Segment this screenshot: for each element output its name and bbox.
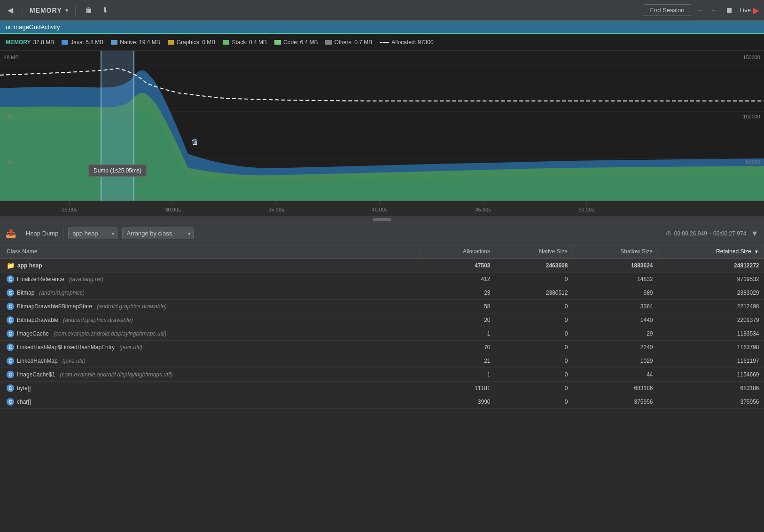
toolbar-separator-2 — [75, 5, 76, 16]
y-right-50000: 50000 — [746, 159, 760, 164]
legend-allocated: Allocated: 97300 — [380, 39, 433, 46]
app-heap-dropdown-wrapper[interactable]: app heap image heap zygote heap — [68, 227, 117, 239]
cell-shallow-size: 1440 — [572, 313, 657, 327]
cell-class-name: CBitmapDrawable(android.graphics.drawabl… — [0, 313, 420, 327]
class-c-icon: C — [7, 275, 14, 283]
table-row[interactable]: CBitmapDrawable(android.graphics.drawabl… — [0, 313, 764, 327]
zoom-out-button[interactable]: − — [695, 4, 705, 16]
scrollbar-handle[interactable] — [373, 218, 391, 221]
cell-allocations: 11181 — [420, 382, 495, 395]
col-native-size[interactable]: Native Size — [495, 244, 573, 259]
sort-arrow: ▼ — [754, 249, 759, 254]
cell-class-name: CBitmapDrawable$BitmapState(android.grap… — [0, 300, 420, 313]
cell-shallow-size: 44 — [572, 368, 657, 382]
class-c-icon: C — [7, 371, 14, 378]
legend-graphics: Graphics: 0 MB — [168, 39, 216, 46]
filter-icon[interactable]: ▼ — [751, 229, 758, 238]
cell-allocations: 1 — [420, 368, 495, 382]
svg-rect-4 — [101, 51, 134, 201]
cell-class-name: CImageCache$1(com.example.android.displa… — [0, 368, 420, 382]
table-row[interactable]: CBitmap(android.graphics)232380512989238… — [0, 286, 764, 300]
legend-others: Others: 0.7 MB — [325, 39, 372, 46]
svg-text:25.00s: 25.00s — [62, 207, 78, 212]
cell-native-size: 0 — [495, 354, 573, 368]
cell-native-size: 0 — [495, 273, 573, 286]
stop-button[interactable]: ⏹ — [723, 4, 736, 16]
cell-class-name: CLinkedHashMap(java.util) — [0, 354, 420, 368]
live-badge: Live ▶ — [740, 5, 759, 16]
table-row[interactable]: 📁app heap475032463608188362424812272 — [0, 259, 764, 273]
legend-graphics-label: Graphics: 0 MB — [177, 39, 216, 46]
table-row[interactable]: CLinkedHashMap(java.util)21010291161197 — [0, 354, 764, 368]
table-row[interactable]: CImageCache$1(com.example.android.displa… — [0, 368, 764, 382]
y-right-150000: 150000 — [743, 55, 760, 60]
cell-native-size: 0 — [495, 382, 573, 395]
cell-class-name: CLinkedHashMap$LinkedHashMapEntry(java.u… — [0, 341, 420, 354]
class-c-icon: C — [7, 357, 14, 365]
legend-java-color — [62, 40, 68, 45]
table-row[interactable]: CFinalizerReference(java.lang.ref)412014… — [0, 273, 764, 286]
scrollbar-area[interactable] — [0, 216, 764, 223]
cell-retained-size: 1163798 — [658, 341, 764, 354]
folder-icon: 📁 — [7, 262, 15, 269]
cell-shallow-size: 1029 — [572, 354, 657, 368]
y-label-48mb: 48 MB — [4, 55, 19, 60]
svg-text:40.00s: 40.00s — [372, 207, 388, 212]
class-package-text: (android.graphics.drawable) — [63, 317, 133, 323]
legend-java: Java: 5.8 MB — [62, 39, 103, 46]
delete-button[interactable]: 🗑 — [82, 4, 95, 16]
class-package-text: (android.graphics.drawable) — [97, 303, 167, 310]
cell-class-name: CImageCache(com.example.android.displayi… — [0, 327, 420, 341]
table-container[interactable]: Class Name Allocations Native Size Shall… — [0, 244, 764, 532]
cell-native-size: 0 — [495, 327, 573, 341]
cell-class-name: Cchar[] — [0, 395, 420, 409]
toolbar-dropdown-icon[interactable]: ▾ — [65, 7, 69, 14]
chart-container[interactable]: 48 MB - 32 - 16 150000 100000 50000 🗑 Du… — [0, 51, 764, 201]
svg-text:35.00s: 35.00s — [268, 207, 284, 212]
class-c-icon: C — [7, 303, 14, 310]
cell-retained-size: 1183534 — [658, 327, 764, 341]
col-class-name[interactable]: Class Name — [0, 244, 420, 259]
col-retained-size[interactable]: Retained Size ▼ — [658, 244, 764, 259]
legend-others-color — [325, 40, 332, 45]
cell-retained-size: 2212498 — [658, 300, 764, 313]
col-shallow-size[interactable]: Shallow Size — [572, 244, 657, 259]
legend-native-label: Native: 19.4 MB — [120, 39, 160, 46]
table-row[interactable]: CLinkedHashMap$LinkedHashMapEntry(java.u… — [0, 341, 764, 354]
legend-code-color — [274, 40, 281, 45]
col-allocations[interactable]: Allocations — [420, 244, 495, 259]
cell-shallow-size: 989 — [572, 286, 657, 300]
class-name-text: char[] — [17, 399, 31, 405]
arrange-dropdown-wrapper[interactable]: Arrange by class Arrange by package Arra… — [122, 227, 194, 239]
record-button[interactable]: ▶ — [753, 5, 759, 16]
legend-allocated-label: Allocated: 97300 — [391, 39, 433, 46]
cell-native-size: 2463608 — [495, 259, 573, 273]
svg-text:50.00s: 50.00s — [578, 207, 594, 212]
save-button[interactable]: ⬇ — [99, 4, 111, 16]
table-row[interactable]: Cchar[]39900375956375956 — [0, 395, 764, 409]
cell-retained-size: 375956 — [658, 395, 764, 409]
cell-allocations: 47503 — [420, 259, 495, 273]
cell-native-size: 2380512 — [495, 286, 573, 300]
svg-text:30.00s: 30.00s — [165, 207, 181, 212]
back-button[interactable]: ◀ — [5, 4, 16, 16]
cell-allocations: 3990 — [420, 395, 495, 409]
legend-allocated-line — [380, 42, 389, 43]
table-body: 📁app heap475032463608188362424812272CFin… — [0, 259, 764, 409]
table-row[interactable]: CImageCache(com.example.android.displayi… — [0, 327, 764, 341]
zoom-in-button[interactable]: + — [709, 4, 719, 16]
end-session-button[interactable]: End Session — [643, 4, 691, 16]
arrange-dropdown[interactable]: Arrange by class Arrange by package Arra… — [122, 227, 194, 239]
cell-allocations: 412 — [420, 273, 495, 286]
class-name-text: FinalizerReference — [17, 276, 64, 282]
cell-native-size: 0 — [495, 368, 573, 382]
legend-stack-label: Stack: 0.4 MB — [232, 39, 267, 46]
class-name-text: byte[] — [17, 385, 31, 391]
y-label-16: - 16 — [4, 159, 13, 164]
y-label-32: - 32 — [4, 114, 13, 119]
class-package-text: (java.util) — [62, 358, 86, 364]
app-heap-dropdown[interactable]: app heap image heap zygote heap — [68, 227, 117, 239]
heap-label: Heap Dump — [26, 230, 58, 237]
table-row[interactable]: CBitmapDrawable$BitmapState(android.grap… — [0, 300, 764, 313]
table-row[interactable]: Cbyte[]111810683186683186 — [0, 382, 764, 395]
